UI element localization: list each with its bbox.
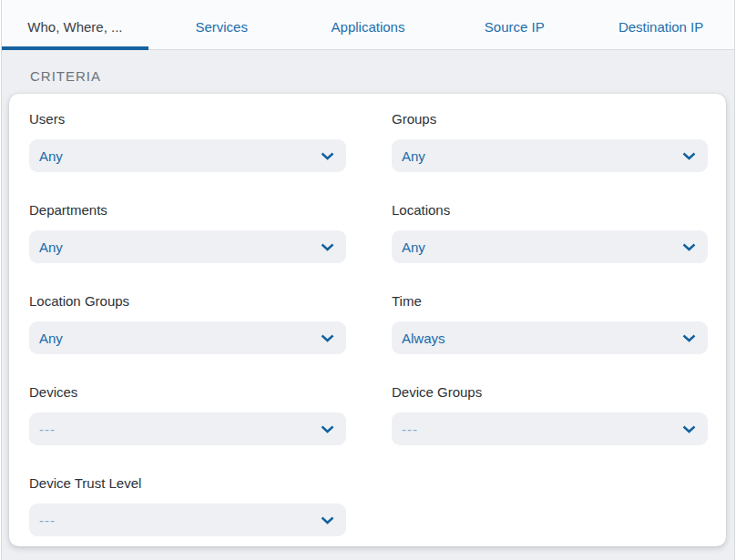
field-label: Device Trust Level: [29, 475, 346, 492]
tab-who-where-when[interactable]: Who, Where, ...: [2, 0, 148, 49]
chevron-down-icon: [321, 334, 334, 342]
time-select[interactable]: Always: [392, 321, 708, 354]
field-label: Time: [392, 293, 708, 310]
device-groups-select[interactable]: ---: [392, 412, 708, 445]
tab-source-ip[interactable]: Source IP: [441, 0, 588, 49]
field-label: Groups: [392, 111, 708, 127]
locations-select[interactable]: Any: [392, 230, 708, 263]
select-value: Any: [402, 239, 425, 255]
field-device-trust-level: Device Trust Level ---: [29, 475, 346, 536]
field-label: Departments: [29, 202, 346, 219]
select-value: ---: [39, 422, 56, 437]
field-groups: Groups Any: [392, 111, 708, 172]
users-select[interactable]: Any: [29, 139, 346, 172]
field-label: Device Groups: [392, 384, 708, 401]
field-locations: Locations Any: [392, 202, 708, 263]
chevron-down-icon: [682, 152, 696, 160]
select-value: ---: [402, 422, 418, 437]
tab-label: Source IP: [485, 19, 545, 35]
field-devices: Devices ---: [29, 384, 346, 445]
field-label: Devices: [29, 384, 346, 401]
tab-applications[interactable]: Applications: [295, 0, 442, 49]
field-time: Time Always: [392, 293, 708, 354]
chevron-down-icon: [321, 243, 334, 251]
chevron-down-icon: [682, 425, 696, 433]
devices-select[interactable]: ---: [29, 412, 346, 445]
field-label: Location Groups: [29, 293, 346, 310]
select-value: Always: [402, 331, 445, 346]
field-label: Users: [29, 111, 346, 127]
groups-select[interactable]: Any: [392, 139, 708, 172]
device-trust-level-select[interactable]: ---: [29, 504, 346, 536]
field-location-groups: Location Groups Any: [29, 293, 346, 354]
field-users: Users Any: [29, 111, 346, 172]
select-value: Any: [39, 148, 63, 164]
tab-bar: Who, Where, ... Services Applications So…: [2, 0, 734, 50]
tab-label: Destination IP: [618, 19, 703, 35]
tab-label: Applications: [332, 19, 405, 35]
departments-select[interactable]: Any: [29, 230, 346, 263]
chevron-down-icon: [321, 425, 334, 433]
chevron-down-icon: [682, 243, 696, 251]
tab-label: Services: [195, 19, 248, 35]
criteria-card: Users Any Groups Any: [9, 94, 726, 546]
chevron-down-icon: [682, 334, 696, 342]
tab-destination-ip[interactable]: Destination IP: [588, 0, 734, 49]
criteria-section: CRITERIA Users Any Groups Any: [2, 50, 734, 560]
location-groups-select[interactable]: Any: [29, 321, 346, 354]
select-value: Any: [39, 331, 63, 346]
chevron-down-icon: [321, 516, 334, 524]
section-title: CRITERIA: [2, 50, 734, 84]
tab-services[interactable]: Services: [148, 0, 295, 49]
field-departments: Departments Any: [29, 202, 346, 263]
fields-grid: Users Any Groups Any: [29, 111, 708, 560]
chevron-down-icon: [321, 152, 334, 160]
select-value: ---: [39, 513, 56, 528]
select-value: Any: [402, 148, 425, 164]
select-value: Any: [39, 239, 63, 255]
tab-label: Who, Where, ...: [27, 19, 122, 35]
field-device-groups: Device Groups ---: [392, 384, 708, 445]
field-label: Locations: [392, 202, 708, 219]
rule-editor-panel: Who, Where, ... Services Applications So…: [1, 0, 735, 560]
